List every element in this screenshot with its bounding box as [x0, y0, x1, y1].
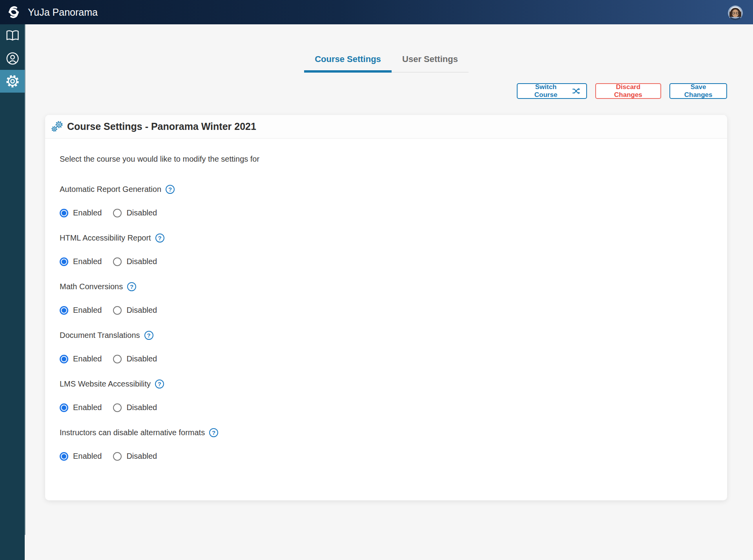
radio-disabled[interactable]: [113, 452, 122, 461]
tab-user-settings[interactable]: User Settings: [392, 54, 469, 73]
account-icon: [6, 52, 19, 65]
sidebar-item-account[interactable]: [0, 47, 25, 70]
radio-enabled[interactable]: [60, 257, 68, 266]
setting-label: Math Conversions: [60, 282, 123, 291]
help-icon[interactable]: ?: [155, 233, 164, 243]
radio-disabled-label[interactable]: Disabled: [126, 403, 157, 412]
setting-label: HTML Accessibility Report: [60, 233, 151, 243]
radio-enabled[interactable]: [60, 403, 68, 412]
radio-disabled[interactable]: [113, 209, 122, 217]
help-icon[interactable]: ?: [209, 428, 218, 437]
radio-disabled-label[interactable]: Disabled: [126, 354, 157, 363]
radio-enabled-label[interactable]: Enabled: [73, 208, 102, 217]
action-button-row: Switch Course Discard Changes Save Chang…: [517, 83, 727, 99]
radio-enabled[interactable]: [60, 355, 68, 363]
radio-disabled-label[interactable]: Disabled: [126, 306, 157, 315]
radio-enabled[interactable]: [60, 452, 68, 461]
setting-group: Document Translations ? Enabled Disabled: [60, 331, 727, 363]
radio-enabled[interactable]: [60, 306, 68, 315]
sidebar-edge-line: [25, 24, 26, 535]
help-icon[interactable]: ?: [127, 282, 136, 291]
discard-changes-label: Discard Changes: [602, 83, 655, 99]
radio-disabled-label[interactable]: Disabled: [126, 257, 157, 266]
radio-enabled-label[interactable]: Enabled: [73, 403, 102, 412]
settings-list: Automatic Report Generation ? Enabled Di…: [60, 185, 727, 461]
radio-disabled[interactable]: [113, 355, 122, 363]
radio-enabled[interactable]: [60, 209, 68, 217]
app-title: YuJa Panorama: [28, 7, 98, 18]
setting-label: LMS Website Accessibility: [60, 379, 151, 389]
radio-disabled[interactable]: [113, 306, 122, 315]
gear-icon: [5, 74, 20, 88]
course-settings-card: Course Settings - Panorama Winter 2021 S…: [45, 115, 727, 500]
help-icon[interactable]: ?: [155, 379, 164, 389]
help-icon[interactable]: ?: [166, 185, 175, 194]
card-description: Select the course you would like to modi…: [60, 155, 727, 164]
radio-disabled-label[interactable]: Disabled: [126, 452, 157, 461]
radio-enabled-label[interactable]: Enabled: [73, 452, 102, 461]
card-title: Course Settings - Panorama Winter 2021: [67, 121, 256, 132]
radio-disabled[interactable]: [113, 257, 122, 266]
save-changes-label: Save Changes: [676, 83, 720, 99]
discard-changes-button[interactable]: Discard Changes: [595, 83, 662, 99]
settings-tabs: Course Settings User Settings: [304, 54, 469, 73]
yuja-logo: [7, 5, 21, 19]
avatar-image: [728, 5, 743, 20]
shuffle-icon: [572, 88, 580, 95]
open-book-icon: [6, 29, 19, 42]
card-body: Select the course you would like to modi…: [45, 139, 727, 461]
radio-enabled-label[interactable]: Enabled: [73, 354, 102, 363]
radio-disabled[interactable]: [113, 403, 122, 412]
card-header: Course Settings - Panorama Winter 2021: [45, 115, 727, 139]
sidebar-item-library[interactable]: [0, 24, 25, 47]
switch-course-button[interactable]: Switch Course: [517, 83, 587, 99]
radio-disabled-label[interactable]: Disabled: [126, 208, 157, 217]
radio-enabled-label[interactable]: Enabled: [73, 257, 102, 266]
tab-course-settings[interactable]: Course Settings: [304, 54, 392, 73]
switch-course-label: Switch Course: [523, 83, 568, 99]
setting-label: Document Translations: [60, 331, 140, 340]
save-changes-button[interactable]: Save Changes: [669, 83, 727, 99]
setting-group: LMS Website Accessibility ? Enabled Disa…: [60, 379, 727, 412]
setting-label: Instructors can disable alternative form…: [60, 428, 205, 437]
user-avatar[interactable]: [728, 5, 743, 20]
gears-icon: [51, 121, 64, 133]
setting-group: HTML Accessibility Report ? Enabled Disa…: [60, 233, 727, 266]
setting-group: Instructors can disable alternative form…: [60, 428, 727, 461]
sidebar-nav: [0, 24, 25, 560]
setting-group: Math Conversions ? Enabled Disabled: [60, 282, 727, 315]
radio-enabled-label[interactable]: Enabled: [73, 306, 102, 315]
setting-label: Automatic Report Generation: [60, 185, 161, 194]
top-bar: YuJa Panorama: [0, 0, 753, 24]
setting-group: Automatic Report Generation ? Enabled Di…: [60, 185, 727, 217]
help-icon[interactable]: ?: [144, 331, 153, 340]
sidebar-item-settings[interactable]: [0, 70, 25, 93]
